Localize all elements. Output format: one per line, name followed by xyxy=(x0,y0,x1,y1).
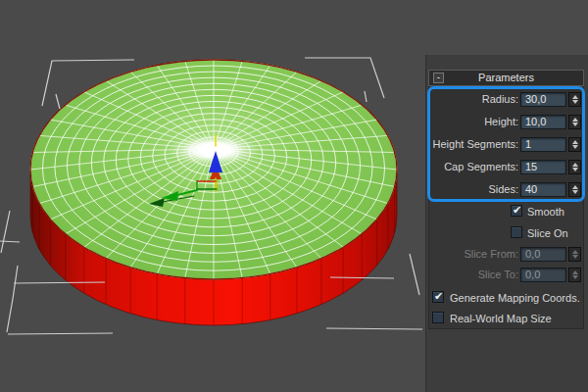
radius-label: Radius: xyxy=(482,93,518,106)
spinner-up-icon[interactable] xyxy=(572,270,578,274)
spinner-up-icon[interactable] xyxy=(572,163,578,167)
spinner-down-icon[interactable] xyxy=(572,100,578,104)
smooth-checkbox[interactable] xyxy=(511,205,522,217)
height-segments-field[interactable]: 1 xyxy=(520,137,566,152)
slice-to-label: Slice To: xyxy=(478,269,518,281)
spinner-down-icon[interactable] xyxy=(572,168,578,172)
spinner-down-icon[interactable] xyxy=(572,145,578,149)
slice-from-spinner[interactable] xyxy=(568,247,581,262)
cap-segments-label: Cap Segments: xyxy=(444,161,518,173)
sides-field[interactable]: 40 xyxy=(520,182,566,197)
real-world-map-size-checkbox[interactable] xyxy=(432,312,444,323)
spinner-down-icon[interactable] xyxy=(572,190,578,194)
height-spinner[interactable] xyxy=(568,115,581,129)
rollout-title: Parameters xyxy=(478,72,534,83)
spinner-up-icon[interactable] xyxy=(572,250,578,254)
spinner-up-icon[interactable] xyxy=(572,118,578,122)
spinner-down-icon[interactable] xyxy=(572,275,578,279)
rollout-collapse-button[interactable]: - xyxy=(433,73,444,83)
spinner-down-icon[interactable] xyxy=(572,255,578,259)
parameters-rollout-header[interactable]: - Parameters xyxy=(428,70,584,86)
slice-on-label: Slice On xyxy=(527,227,568,240)
height-segments-spinner[interactable] xyxy=(568,137,581,152)
slice-from-label: Slice From: xyxy=(464,248,518,261)
sides-label: Sides: xyxy=(488,183,518,196)
height-label: Height: xyxy=(484,116,518,128)
cap-segments-spinner[interactable] xyxy=(568,160,581,174)
slice-on-checkbox[interactable] xyxy=(511,226,522,238)
generate-mapping-coords-checkbox[interactable] xyxy=(432,291,444,303)
radius-spinner[interactable] xyxy=(568,92,581,107)
height-segments-label: Height Segments: xyxy=(433,138,518,151)
slice-to-spinner[interactable] xyxy=(568,268,581,282)
real-world-map-size-label: Real-World Map Size xyxy=(450,313,552,325)
spinner-down-icon[interactable] xyxy=(572,122,578,126)
spinner-up-icon[interactable] xyxy=(572,140,578,144)
slice-to-field[interactable]: 0,0 xyxy=(520,268,566,282)
cap-segments-field[interactable]: 15 xyxy=(520,160,566,174)
slice-from-field[interactable]: 0,0 xyxy=(520,247,566,262)
sides-spinner[interactable] xyxy=(568,182,581,197)
smooth-label: Smooth xyxy=(527,206,564,219)
radius-field[interactable]: 30,0 xyxy=(520,92,566,107)
spinner-up-icon[interactable] xyxy=(572,95,578,99)
height-field[interactable]: 10,0 xyxy=(520,115,566,129)
3dsmax-viewport: - Parameters Radius: 30,0 Height: 10,0 H… xyxy=(0,0,588,392)
spinner-up-icon[interactable] xyxy=(572,185,578,189)
generate-mapping-coords-label: Generate Mapping Coords. xyxy=(450,292,580,305)
